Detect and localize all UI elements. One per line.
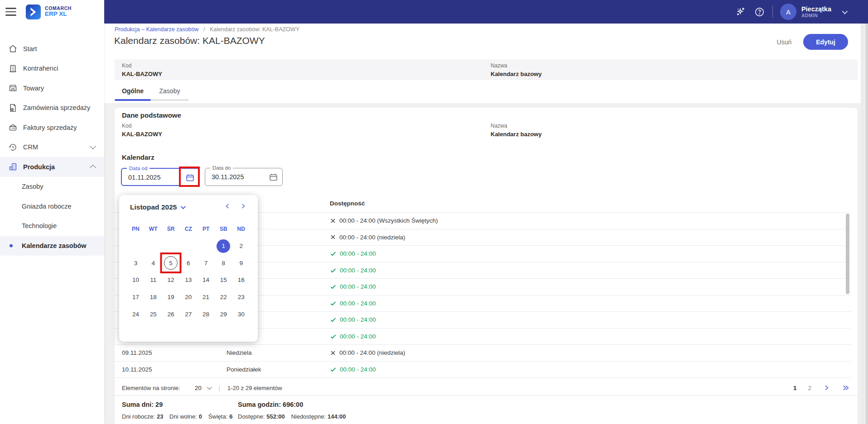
cell-availability: 00:00 - 24:00 — [330, 250, 376, 257]
day-18[interactable]: 18 — [146, 291, 160, 304]
sidebar-item-label: Start — [23, 45, 37, 52]
holidays-value: 6 — [229, 413, 232, 420]
day-1[interactable]: 1 — [217, 239, 230, 253]
day-11[interactable]: 11 — [146, 273, 160, 287]
day-9[interactable]: 9 — [234, 256, 248, 270]
day-20[interactable]: 20 — [182, 291, 195, 304]
availability-text: 00:00 - 24:00 — [340, 300, 376, 307]
day-29[interactable]: 29 — [217, 307, 230, 321]
calendar-icon[interactable] — [269, 172, 278, 182]
day-12[interactable]: 12 — [164, 273, 178, 287]
day-cell — [127, 238, 145, 255]
hamburger-menu-icon[interactable] — [5, 8, 16, 16]
avatar[interactable]: A — [780, 4, 796, 20]
day-16[interactable]: 16 — [234, 273, 248, 287]
cell-day: Niedziela — [227, 349, 330, 356]
table-row[interactable]: 09.11.2025Niedziela00:00 - 24:00 (niedzi… — [115, 345, 851, 362]
sidebar-item-produkcja[interactable]: Produkcja — [0, 157, 104, 177]
day-14[interactable]: 14 — [199, 273, 213, 287]
sidebar-item-label: Gniazda robocze — [22, 203, 72, 210]
page-actions: Usuń Edytuj — [777, 34, 848, 50]
day-6[interactable]: 6 — [182, 256, 195, 270]
table-row[interactable]: 10.11.2025Poniedziałek00:00 - 24:00 — [115, 362, 851, 378]
per-page-select[interactable]: 20 — [195, 385, 202, 391]
day-24[interactable]: 24 — [129, 307, 142, 321]
per-page-chevron-icon[interactable] — [207, 385, 212, 390]
delete-button[interactable]: Usuń — [777, 38, 792, 46]
sidebar-item-gniazda-robocze[interactable]: Gniazda robocze — [0, 196, 104, 216]
x-icon — [330, 350, 336, 356]
day-4[interactable]: 4 — [146, 256, 160, 270]
day-21[interactable]: 21 — [199, 291, 213, 304]
page-2-button[interactable]: 2 — [808, 385, 811, 391]
sidebar-item-kontrahenci[interactable]: Kontrahenci — [0, 59, 104, 79]
help-icon[interactable] — [754, 6, 765, 17]
last-page-icon[interactable] — [841, 384, 850, 391]
month-selector[interactable]: Listopad 2025 — [130, 203, 184, 211]
cell-availability: 00:00 - 24:00 (Wszystkich Świętych) — [330, 217, 438, 224]
working-days-label: Dni robocze: — [122, 413, 155, 420]
next-page-icon[interactable] — [823, 384, 830, 391]
table-scrollbar-thumb[interactable] — [846, 214, 849, 294]
day-7[interactable]: 7 — [199, 256, 213, 270]
edit-button[interactable]: Edytuj — [803, 34, 848, 50]
check-icon — [330, 316, 337, 323]
tab-ogolne[interactable]: Ogólne — [115, 86, 151, 101]
pagination-bar: Elementów na stronie: 20 | 1-20 z 29 ele… — [122, 379, 850, 396]
weekday-label: CZ — [179, 226, 197, 232]
day-25[interactable]: 25 — [146, 307, 160, 321]
page-scrollbar-thumb[interactable] — [866, 24, 868, 424]
day-cell — [145, 238, 162, 255]
day-27[interactable]: 27 — [182, 307, 195, 321]
day-23[interactable]: 23 — [234, 291, 248, 304]
sidebar-nav: Start Kontrahenci Towary Zamówienia sprz… — [0, 39, 104, 256]
clock-history-icon — [8, 142, 18, 152]
info-name-field: Nazwa Kalendarz bazowy — [491, 62, 542, 77]
sidebar-item-towary[interactable]: Towary — [0, 78, 104, 98]
day-13[interactable]: 13 — [182, 273, 195, 287]
sidebar-item-label: Kontrahenci — [23, 65, 58, 72]
next-month-icon[interactable] — [240, 203, 246, 210]
day-22[interactable]: 22 — [217, 291, 230, 304]
building-icon — [8, 63, 18, 73]
sidebar-item-kalendarze-zasobow[interactable]: Kalendarze zasobów — [0, 236, 104, 256]
name-value: Kalendarz bazowy — [491, 71, 542, 77]
day-26[interactable]: 26 — [164, 307, 178, 321]
previous-month-icon[interactable] — [224, 203, 231, 210]
day-2[interactable]: 2 — [234, 239, 248, 253]
sidebar-item-start[interactable]: Start — [0, 39, 104, 59]
day-10[interactable]: 10 — [129, 273, 142, 287]
day-17[interactable]: 17 — [129, 291, 142, 304]
home-icon — [8, 44, 18, 54]
datepicker-grid: 1234567891011121314151617181920212223242… — [127, 238, 250, 323]
factory-icon — [8, 162, 18, 172]
day-cell: 15 — [215, 272, 232, 289]
available-hours-value: 552:00 — [266, 413, 285, 420]
month-label: Listopad 2025 — [130, 203, 177, 211]
info-code-field: Kod KAL-BAZOWY — [122, 62, 162, 77]
day-19[interactable]: 19 — [164, 291, 178, 304]
tab-zasoby[interactable]: Zasoby — [151, 86, 188, 101]
day-30[interactable]: 30 — [234, 307, 248, 321]
day-28[interactable]: 28 — [199, 307, 213, 321]
page-title: Kalendarz zasobów: KAL-BAZOWY — [114, 35, 265, 46]
cell-availability: 00:00 - 24:00 — [330, 333, 376, 340]
sidebar-item-zamowienia[interactable]: Zamówienia sprzedaży — [0, 98, 104, 118]
sidebar-item-technologie[interactable]: Technologie — [0, 216, 104, 236]
sidebar-item-zasoby[interactable]: Zasoby — [0, 177, 104, 197]
ai-sparkle-icon[interactable] — [735, 6, 746, 17]
page-scrollbar[interactable] — [861, 24, 868, 424]
day-3[interactable]: 3 — [129, 256, 142, 270]
pagination-divider: | — [219, 385, 220, 391]
user-menu-chevron-icon[interactable] — [842, 8, 848, 14]
sidebar-item-faktury[interactable]: Faktury sprzedaży — [0, 118, 104, 138]
per-page-label: Elementów na stronie: — [122, 385, 180, 391]
day-8[interactable]: 8 — [217, 256, 230, 270]
sidebar-item-crm[interactable]: CRM — [0, 138, 104, 157]
availability-text: 00:00 - 24:00 — [340, 366, 376, 373]
page-1-button[interactable]: 1 — [793, 385, 797, 391]
check-icon — [330, 366, 337, 373]
breadcrumb-parent-link[interactable]: Produkcja – Kalendarze zasobów — [115, 26, 199, 33]
date-to-input[interactable]: Data do 30.11.2025 — [205, 168, 283, 186]
day-15[interactable]: 15 — [217, 273, 230, 287]
